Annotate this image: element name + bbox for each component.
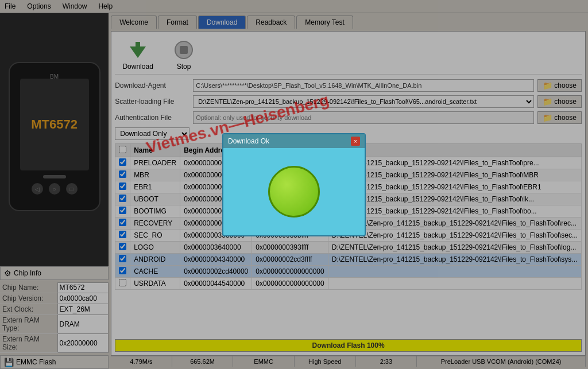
ok-ball [268,166,320,217]
modal-body [223,148,365,235]
modal-title-text: Download Ok [228,137,269,145]
modal-close-button[interactable]: × [351,137,360,146]
modal-overlay[interactable]: Download Ok × [0,0,588,369]
modal-title-bar: Download Ok × [223,134,365,148]
modal-dialog: Download Ok × [222,133,366,236]
